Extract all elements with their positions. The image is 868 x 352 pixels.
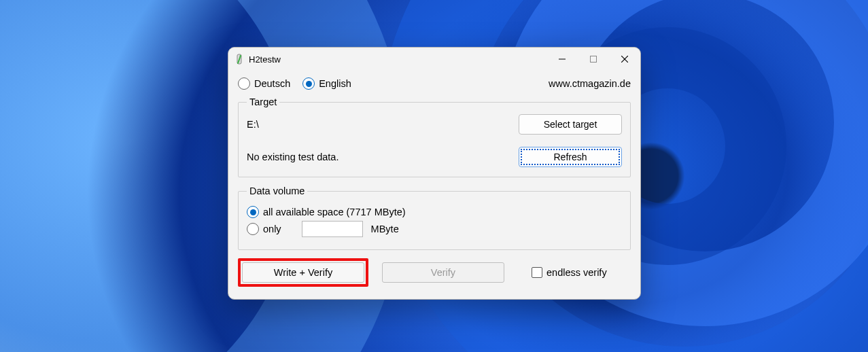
data-volume-legend: Data volume (247, 186, 307, 196)
only-unit-label: MByte (371, 224, 399, 234)
endless-verify-label: endless verify (546, 267, 607, 278)
target-group: Target E:\ Select target No existing tes… (238, 96, 631, 177)
close-button[interactable] (609, 48, 640, 70)
radio-deutsch-label: Deutsch (254, 78, 290, 89)
target-status: No existing test data. (247, 152, 498, 162)
radio-icon (238, 77, 250, 90)
radio-icon (302, 77, 315, 90)
titlebar: H2testw (228, 48, 640, 71)
radio-only-label: only (263, 224, 281, 234)
radio-english[interactable]: English (302, 77, 351, 90)
radio-english-label: English (319, 78, 351, 89)
radio-all-space-label: all available space (7717 MByte) (263, 207, 406, 217)
radio-only[interactable]: only (247, 223, 281, 235)
site-link[interactable]: www.ctmagazin.de (549, 78, 631, 89)
target-path: E:\ (247, 119, 498, 130)
app-title: H2testw (249, 54, 281, 65)
minimize-button[interactable] (546, 48, 578, 70)
app-window: H2testw Deutsch English www.ctmagazin.de… (228, 47, 641, 300)
app-icon (234, 54, 245, 65)
radio-deutsch[interactable]: Deutsch (238, 77, 290, 90)
svg-rect-2 (591, 56, 597, 63)
data-volume-group: Data volume all available space (7717 MB… (238, 186, 631, 250)
language-row: Deutsch English www.ctmagazin.de (238, 77, 631, 90)
verify-button: Verify (382, 262, 504, 283)
only-mbyte-input[interactable] (302, 221, 363, 237)
highlight-annotation: Write + Verify (238, 258, 368, 287)
radio-all-space[interactable]: all available space (7717 MByte) (247, 206, 406, 218)
radio-icon (247, 223, 259, 235)
action-row: Write + Verify Verify endless verify (238, 258, 631, 287)
write-verify-button[interactable]: Write + Verify (242, 262, 364, 283)
select-target-button[interactable]: Select target (519, 114, 622, 135)
refresh-button[interactable]: Refresh (519, 147, 622, 167)
endless-verify-checkbox[interactable]: endless verify (532, 267, 607, 278)
client-area: Deutsch English www.ctmagazin.de Target … (228, 71, 640, 299)
radio-icon (247, 206, 259, 218)
maximize-button[interactable] (578, 48, 609, 70)
checkbox-icon (532, 267, 542, 278)
target-legend: Target (247, 96, 279, 107)
